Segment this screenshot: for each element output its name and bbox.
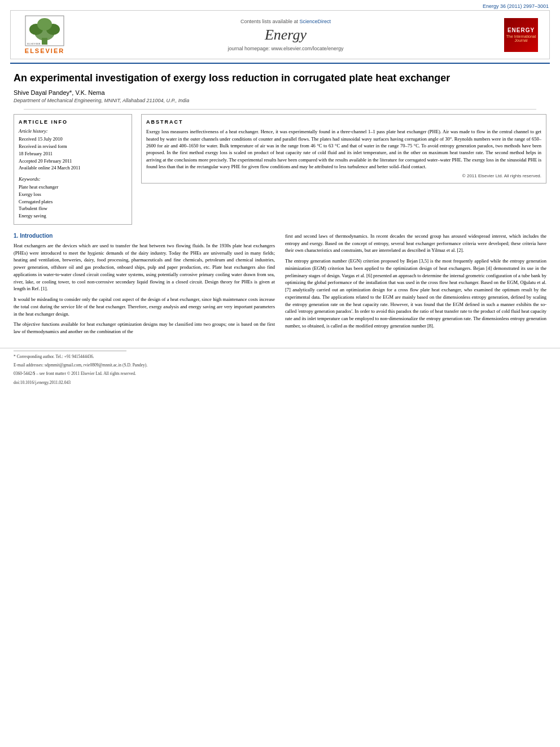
journal-title-main: Energy <box>73 27 498 43</box>
abstract-header: ABSTRACT <box>146 119 541 125</box>
doi-line: doi:10.1016/j.energy.2011.02.043 <box>14 379 546 386</box>
article-info-abstract-row: ARTICLE INFO Article history: Received 1… <box>14 114 546 225</box>
content-divider <box>24 109 536 110</box>
footer: * Corresponding author. Tel.: +91 941544… <box>0 348 560 391</box>
authors: Shive Dayal Pandey*, V.K. Nema <box>14 89 546 96</box>
intro-para-1: Heat exchangers are the devices which ar… <box>14 242 275 292</box>
affiliation: Department of Mechanical Engineering, MN… <box>14 98 546 103</box>
email-label: E-mail addresses: <box>14 362 43 368</box>
contents-line: Contents lists available at ScienceDirec… <box>73 19 498 24</box>
journal-title-area: Contents lists available at ScienceDirec… <box>73 19 498 51</box>
accepted-date: Accepted 20 February 2011 <box>19 158 127 165</box>
svg-point-4 <box>37 18 52 30</box>
body-content: 1. Introduction Heat exchangers are the … <box>14 233 546 339</box>
body-col-left: 1. Introduction Heat exchangers are the … <box>14 233 275 339</box>
energy-badge-text: ENERGY <box>508 27 535 33</box>
email-addresses: sdpmmit@gmail.com, rvie0809@mnnit.ac.in … <box>45 362 147 368</box>
keyword-2: Exergy loss <box>19 191 127 198</box>
body-two-col: 1. Introduction Heat exchangers are the … <box>14 233 546 339</box>
keyword-1: Plate heat exchanger <box>19 184 127 191</box>
copyright-line: © 2011 Elsevier Ltd. All rights reserved… <box>146 173 541 178</box>
abstract-col: ABSTRACT Exergy loss measures ineffectiv… <box>141 114 546 225</box>
abstract-text: Exergy loss measures ineffectiveness of … <box>146 128 541 170</box>
section-number: 1. <box>14 233 18 239</box>
keyword-5: Energy saving <box>19 212 127 220</box>
received-date: Received 15 July 2010 <box>19 136 127 143</box>
body-col-right: first and second laws of thermodynamics.… <box>285 233 546 339</box>
main-content: An experimental investigation of exergy … <box>0 72 560 339</box>
header-divider <box>10 63 550 64</box>
elsevier-wordmark: ELSEVIER <box>25 47 64 54</box>
article-title: An experimental investigation of exergy … <box>14 72 546 85</box>
elsevier-logo-area: ELSEVIER ELSEVIER <box>16 15 73 54</box>
article-info-header: ARTICLE INFO <box>19 119 127 125</box>
intro-section-title: 1. Introduction <box>14 233 275 239</box>
email-line: E-mail addresses: sdpmmit@gmail.com, rvi… <box>14 362 546 368</box>
keywords-label: Keywords: <box>19 176 127 182</box>
intro-para-4: first and second laws of thermodynamics.… <box>285 233 546 254</box>
energy-badge: ENERGY The International Journal <box>504 18 538 52</box>
intro-para-5: The entropy generation number (EGN) crit… <box>285 257 546 330</box>
article-info-col: ARTICLE INFO Article history: Received 1… <box>14 114 132 225</box>
authors-text: Shive Dayal Pandey*, V.K. Nema <box>14 89 105 96</box>
svg-text:ELSEVIER: ELSEVIER <box>27 42 41 45</box>
keyword-4: Turbulent flow <box>19 205 127 212</box>
page: Energy 36 (2011) 2997–3001 ELSEVIER EL <box>0 0 560 747</box>
abstract-box: ABSTRACT Exergy loss measures ineffectiv… <box>141 114 546 184</box>
available-date: Available online 24 March 2011 <box>19 164 127 172</box>
journal-header: ELSEVIER ELSEVIER Contents lists availab… <box>10 10 550 59</box>
intro-para-2: It would be misleading to consider only … <box>14 296 275 317</box>
intro-para-3: The objective functions available for he… <box>14 321 275 335</box>
journal-ref: Energy 36 (2011) 2997–3001 <box>0 0 560 10</box>
energy-badge-subtitle: The International Journal <box>504 34 538 42</box>
homepage-line: journal homepage: www.elsevier.com/locat… <box>73 46 498 51</box>
received-revised-label: Received in revised form <box>19 143 127 150</box>
journal-ref-text: Energy 36 (2011) 2997–3001 <box>483 3 549 9</box>
corresponding-note: * Corresponding author. Tel.: +91 941544… <box>14 353 546 360</box>
elsevier-tree-icon: ELSEVIER <box>25 15 64 46</box>
issn-line: 0360-5442/$ – see front matter © 2011 El… <box>14 370 546 377</box>
received-revised-date: 18 February 2011 <box>19 150 127 158</box>
keyword-3: Corrugated plates <box>19 198 127 206</box>
energy-badge-area: ENERGY The International Journal <box>498 18 544 52</box>
footnote-divider <box>14 351 126 351</box>
homepage-text: journal homepage: www.elsevier.com/locat… <box>228 46 343 51</box>
history-label: Article history: <box>19 128 127 134</box>
section-title-text: Introduction <box>20 233 53 239</box>
sciencedirect-link[interactable]: ScienceDirect <box>300 19 331 24</box>
article-info-box: ARTICLE INFO Article history: Received 1… <box>14 114 132 225</box>
